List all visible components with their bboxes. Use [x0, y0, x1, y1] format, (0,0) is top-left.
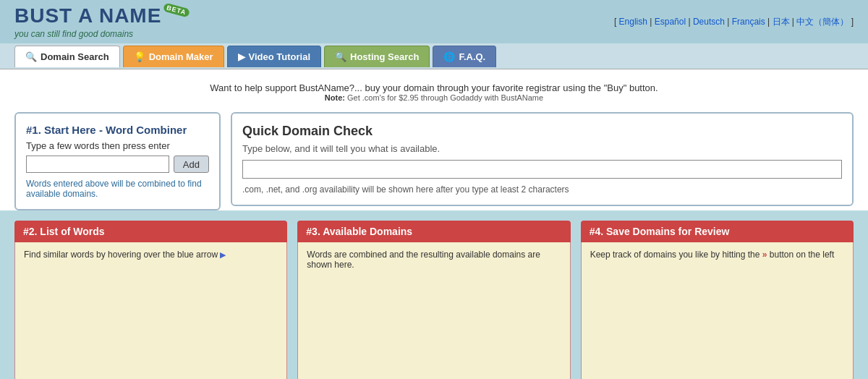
- logo-text: BUST A NAME: [14, 4, 161, 27]
- globe-icon: 🌐: [443, 51, 455, 62]
- word-input[interactable]: [26, 156, 169, 173]
- word-input-row: Add: [26, 156, 209, 173]
- quick-check-hint: .com, .net, and .org availability will b…: [242, 184, 842, 195]
- save-domains-header: #4. Save Domains for Review: [581, 221, 854, 242]
- list-hint-text: Find similar words by hovering over the …: [24, 250, 218, 260]
- tab-domain-search-label: Domain Search: [41, 51, 109, 62]
- lang-english[interactable]: English: [619, 17, 647, 27]
- list-of-words-panel: #2. List of Words Find similar words by …: [14, 221, 287, 379]
- play-icon: ▶: [238, 51, 245, 62]
- bulb-icon: 💡: [134, 51, 145, 62]
- save-domains-hint: Keep track of domains you like by hittin…: [590, 250, 844, 260]
- logo-beta: BETA: [163, 3, 190, 18]
- bottom-panels-wrapper: #2. List of Words Find similar words by …: [0, 210, 868, 379]
- save-domains-body: Keep track of domains you like by hittin…: [581, 242, 854, 379]
- save-arrow-icon: »: [762, 250, 767, 260]
- lang-deutsch[interactable]: Deutsch: [693, 17, 725, 27]
- tab-hosting-search[interactable]: 🔍 Hosting Search: [324, 46, 430, 67]
- list-of-words-header: #2. List of Words: [14, 221, 287, 242]
- top-bar: BUST A NAME BETA you can still find good…: [0, 0, 868, 43]
- note-text: Get .com's for $2.95 through Godaddy wit…: [347, 93, 543, 102]
- list-of-words-hint: Find similar words by hovering over the …: [24, 250, 278, 260]
- lang-bar: [ English | Español | Deutsch | Français…: [614, 16, 854, 28]
- add-button[interactable]: Add: [174, 156, 209, 173]
- save-hint-after: button on the left: [770, 250, 834, 260]
- available-domains-panel: #3. Available Domains Words are combined…: [297, 221, 570, 379]
- tab-domain-maker[interactable]: 💡 Domain Maker: [123, 46, 224, 67]
- tab-faq-label: F.A.Q.: [459, 51, 485, 62]
- tab-domain-search[interactable]: 🔍 Domain Search: [14, 46, 120, 67]
- lang-japanese[interactable]: 日本: [773, 17, 790, 27]
- tab-video-tutorial-label: Video Tutorial: [249, 51, 310, 62]
- lang-francais[interactable]: Français: [732, 17, 765, 27]
- word-combiner-hint: Words entered above will be combined to …: [26, 179, 209, 199]
- available-domains-header: #3. Available Domains: [297, 221, 570, 242]
- tab-domain-maker-label: Domain Maker: [149, 51, 213, 62]
- search-icon: 🔍: [25, 51, 37, 62]
- quick-check-subtitle: Type below, and it will tell you what is…: [242, 143, 842, 154]
- support-main-text: Want to help support BustAName?... buy y…: [14, 82, 854, 93]
- quick-check-panel: Quick Domain Check Type below, and it wi…: [231, 112, 854, 206]
- blue-arrow-icon: ▶: [220, 250, 226, 259]
- content-area: Want to help support BustAName?... buy y…: [0, 69, 868, 210]
- save-domains-panel: #4. Save Domains for Review Keep track o…: [581, 221, 854, 379]
- word-combiner-panel: #1. Start Here - Word Combiner Type a fe…: [14, 112, 221, 210]
- support-note: Note: Get .com's for $2.95 through Godad…: [14, 93, 854, 102]
- word-combiner-subtitle: Type a few words then press enter: [26, 140, 209, 151]
- available-domains-body: Words are combined and the resulting ava…: [297, 242, 570, 379]
- hosting-icon: 🔍: [335, 51, 346, 62]
- quick-check-title: Quick Domain Check: [242, 124, 842, 139]
- main-panels: #1. Start Here - Word Combiner Type a fe…: [14, 105, 854, 210]
- save-hint-text: Keep track of domains you like by hittin…: [590, 250, 760, 260]
- lang-chinese[interactable]: 中文（簡体）: [796, 17, 848, 27]
- logo-area: BUST A NAME BETA you can still find good…: [14, 4, 190, 39]
- tab-video-tutorial[interactable]: ▶ Video Tutorial: [227, 46, 321, 67]
- note-label: Note:: [325, 93, 345, 102]
- support-message: Want to help support BustAName?... buy y…: [14, 77, 854, 105]
- tab-faq[interactable]: 🌐 F.A.Q.: [433, 46, 496, 67]
- logo-tagline: you can still find good domains: [14, 29, 133, 39]
- lang-espanol[interactable]: Español: [655, 17, 686, 27]
- word-combiner-title: #1. Start Here - Word Combiner: [26, 124, 209, 136]
- bottom-panels: #2. List of Words Find similar words by …: [14, 221, 854, 379]
- available-domains-hint: Words are combined and the resulting ava…: [307, 250, 561, 270]
- list-of-words-body: Find similar words by hovering over the …: [14, 242, 287, 379]
- logo: BUST A NAME BETA: [14, 4, 190, 27]
- quick-check-input[interactable]: [242, 160, 842, 179]
- tab-hosting-search-label: Hosting Search: [350, 51, 419, 62]
- nav-bar: 🔍 Domain Search 💡 Domain Maker ▶ Video T…: [0, 43, 868, 69]
